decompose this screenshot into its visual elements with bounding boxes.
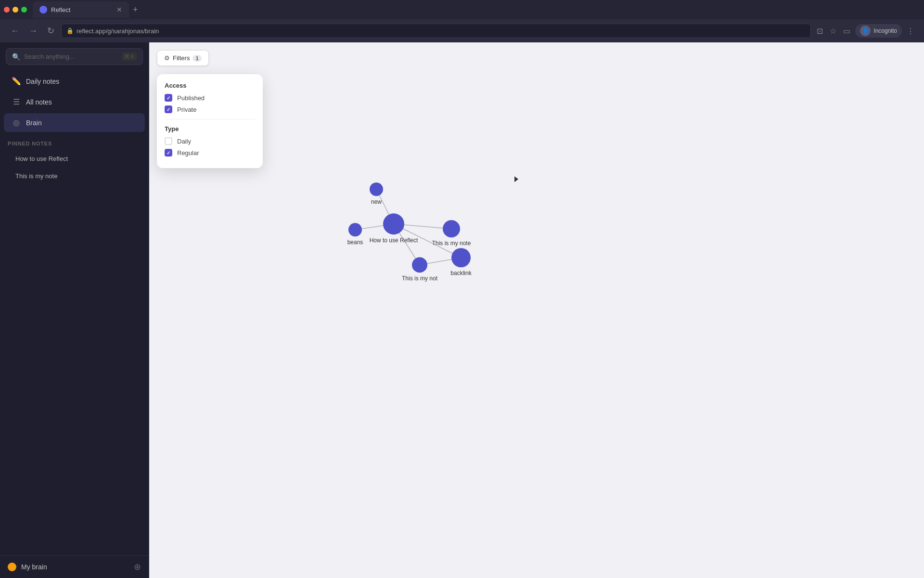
tab-bar: Reflect ✕ + — [0, 0, 924, 19]
graph-node-this-is-my-not[interactable]: This is my not — [402, 257, 438, 282]
settings-icon[interactable]: ⊕ — [134, 562, 141, 572]
daily-notes-label: Daily notes — [26, 78, 59, 85]
sidebar-bottom: My brain ⊕ — [0, 555, 149, 578]
node-circle-backlink — [451, 248, 471, 267]
filter-dropdown: Access Published Private Type Daily — [157, 74, 263, 168]
filter-regular[interactable]: Regular — [165, 149, 255, 157]
incognito-label: Incognito — [873, 27, 897, 34]
my-brain-dot — [8, 563, 16, 571]
node-circle-this-is-my-note — [443, 220, 460, 237]
brain-label: Brain — [26, 119, 42, 127]
main-content: ⚙ Filters 1 Access Published Private Typ… — [149, 42, 924, 578]
daily-notes-icon: ✏️ — [12, 77, 21, 86]
filters-button[interactable]: ⚙ Filters 1 — [157, 50, 209, 66]
address-bar[interactable]: 🔒 reflect.app/g/sarahjonas/brain — [61, 24, 811, 38]
sidebar-item-brain[interactable]: ◎ Brain — [4, 113, 145, 132]
search-bar[interactable]: 🔍 Search anything... ⌘ K — [6, 48, 143, 65]
node-label-backlink: backlink — [450, 270, 472, 276]
all-notes-icon: ☰ — [12, 97, 21, 106]
node-circle-beans — [348, 223, 362, 236]
filters-bar: ⚙ Filters 1 Access Published Private Typ… — [157, 50, 209, 66]
sidebar-item-daily-notes[interactable]: ✏️ Daily notes — [4, 72, 145, 91]
regular-label: Regular — [177, 149, 199, 157]
tab-close-button[interactable]: ✕ — [116, 6, 122, 13]
graph-node-how-to-use[interactable]: How to use Reflect — [370, 213, 418, 244]
pinned-section: PINNED NOTES How to use Reflect This is … — [0, 133, 149, 188]
filter-divider — [165, 119, 255, 119]
all-notes-label: All notes — [26, 98, 52, 106]
node-circle-how-to-use — [383, 213, 404, 235]
regular-checkbox[interactable] — [165, 149, 172, 157]
my-brain-label: My brain — [21, 563, 129, 571]
graph-node-beans[interactable]: beans — [347, 223, 363, 246]
search-kbd: ⌘ K — [122, 53, 137, 61]
graph-area: newHow to use ReflectbeansThis is my not… — [149, 42, 924, 578]
app-container: 🔍 Search anything... ⌘ K ✏️ Daily notes … — [0, 42, 924, 578]
filter-daily[interactable]: Daily — [165, 137, 255, 145]
incognito-badge[interactable]: 👤 Incognito — [855, 24, 902, 38]
browser-chrome: Reflect ✕ + ← → ↻ 🔒 reflect.app/g/sarahj… — [0, 0, 924, 42]
access-section-title: Access — [165, 82, 255, 89]
minimize-traffic-light[interactable] — [13, 7, 18, 13]
node-label-how-to-use: How to use Reflect — [370, 237, 418, 244]
traffic-lights — [4, 7, 27, 13]
published-label: Published — [177, 94, 205, 102]
node-label-this-is-my-note: This is my note — [432, 240, 471, 247]
pinned-section-label: PINNED NOTES — [8, 141, 141, 146]
nav-bar: ← → ↻ 🔒 reflect.app/g/sarahjonas/brain ⊡… — [0, 19, 924, 42]
fullscreen-traffic-light[interactable] — [21, 7, 27, 13]
filter-badge: 1 — [192, 55, 201, 62]
search-icon: 🔍 — [12, 53, 20, 61]
active-tab[interactable]: Reflect ✕ — [33, 1, 129, 18]
private-label: Private — [177, 106, 196, 113]
daily-checkbox[interactable] — [165, 137, 172, 145]
node-circle-new — [370, 183, 383, 196]
new-tab-button[interactable]: + — [133, 5, 138, 15]
node-label-beans: beans — [347, 239, 363, 246]
pinned-item-this-is-my-note-text: This is my note — [15, 172, 57, 180]
back-button[interactable]: ← — [8, 24, 22, 38]
sidebar: 🔍 Search anything... ⌘ K ✏️ Daily notes … — [0, 42, 149, 578]
graph-node-new[interactable]: new — [370, 183, 383, 205]
reload-button[interactable]: ↻ — [44, 24, 57, 38]
forward-button[interactable]: → — [26, 24, 40, 38]
nav-actions: ⊡ ☆ ▭ 👤 Incognito ⋮ — [815, 24, 916, 38]
pinned-item-how-to-use[interactable]: How to use Reflect — [8, 150, 141, 167]
filter-published[interactable]: Published — [165, 94, 255, 102]
bookmark-button[interactable]: ☆ — [828, 25, 838, 38]
graph-node-this-is-my-note[interactable]: This is my note — [432, 220, 471, 247]
more-button[interactable]: ⋮ — [905, 25, 916, 38]
filter-label: Filters — [173, 54, 190, 62]
daily-label: Daily — [177, 138, 191, 145]
filter-icon: ⚙ — [164, 54, 170, 62]
published-checkbox[interactable] — [165, 94, 172, 102]
brain-icon: ◎ — [12, 118, 21, 127]
url-text: reflect.app/g/sarahjonas/brain — [77, 27, 159, 35]
split-view-button[interactable]: ▭ — [841, 25, 852, 38]
lock-icon: 🔒 — [66, 27, 74, 34]
private-checkbox[interactable] — [165, 105, 172, 113]
search-placeholder: Search anything... — [24, 53, 118, 60]
cast-button[interactable]: ⊡ — [815, 25, 825, 38]
graph-node-backlink[interactable]: backlink — [450, 248, 472, 276]
node-circle-this-is-my-not — [412, 257, 427, 273]
type-section-title: Type — [165, 125, 255, 132]
tab-favicon — [39, 6, 47, 13]
pinned-item-this-is-my-note[interactable]: This is my note — [8, 168, 141, 184]
pinned-item-how-to-use-text: How to use Reflect — [15, 155, 68, 162]
node-label-new: new — [371, 198, 382, 205]
tab-title: Reflect — [51, 6, 70, 13]
close-traffic-light[interactable] — [4, 7, 10, 13]
node-label-this-is-my-not: This is my not — [402, 275, 438, 282]
filter-private[interactable]: Private — [165, 105, 255, 113]
graph-svg: newHow to use ReflectbeansThis is my not… — [149, 42, 924, 578]
sidebar-item-all-notes[interactable]: ☰ All notes — [4, 92, 145, 111]
incognito-avatar: 👤 — [860, 26, 871, 36]
